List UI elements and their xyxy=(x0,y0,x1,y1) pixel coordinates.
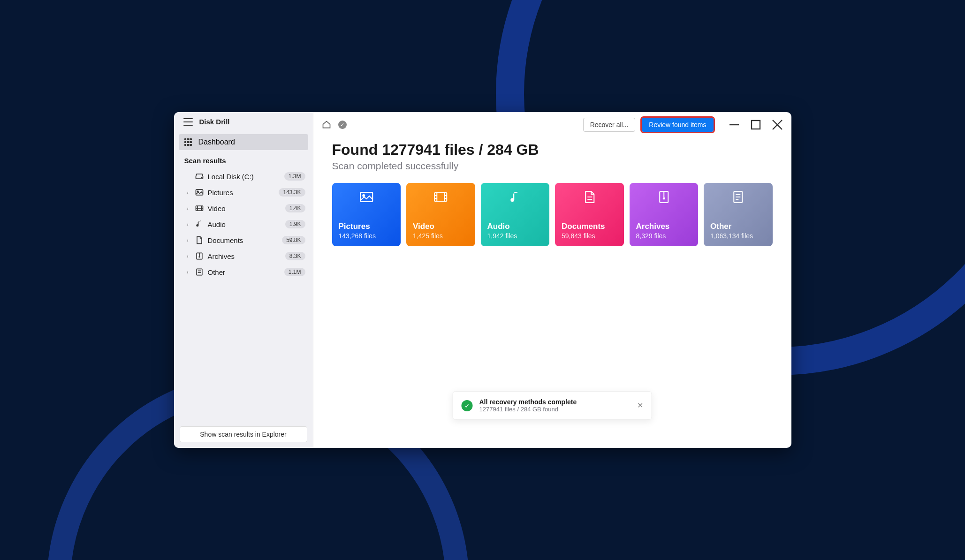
tree-label: Archives xyxy=(208,252,281,260)
tree-label: Video xyxy=(208,204,281,212)
card-sub: 1,425 files xyxy=(413,232,469,240)
tree-label: Audio xyxy=(208,220,281,228)
app-window: Disk Drill Dashboard Scan results Local … xyxy=(174,112,791,448)
sidebar-item-other[interactable]: › Other 1.1M xyxy=(174,264,313,280)
results-headline: Found 1277941 files / 284 GB xyxy=(332,141,773,159)
tree-badge: 1.9K xyxy=(285,220,305,228)
svg-point-0 xyxy=(201,177,202,178)
svg-point-9 xyxy=(199,257,200,257)
toast-notification: ✓ All recovery methods complete 1277941 … xyxy=(453,391,652,420)
card-pictures[interactable]: Pictures 143,268 files xyxy=(332,183,401,246)
content: Found 1277941 files / 284 GB Scan comple… xyxy=(313,137,791,256)
window-controls xyxy=(729,119,783,130)
chevron-right-icon[interactable]: › xyxy=(184,221,191,227)
sidebar-header: Disk Drill xyxy=(174,112,313,131)
card-title: Pictures xyxy=(339,222,395,231)
card-sub: 143,268 files xyxy=(339,232,395,240)
sidebar-item-pictures[interactable]: › Pictures 143.3K xyxy=(174,184,313,200)
card-sub: 8,329 files xyxy=(636,232,692,240)
review-found-items-button[interactable]: Review found items xyxy=(642,118,713,132)
tree-label: Pictures xyxy=(208,189,275,197)
card-documents[interactable]: Documents 59,843 files xyxy=(555,183,624,246)
toast-title: All recovery methods complete xyxy=(479,398,631,406)
home-icon[interactable] xyxy=(322,120,331,129)
hamburger-icon[interactable] xyxy=(183,118,193,126)
card-title: Documents xyxy=(562,222,617,231)
tree-badge: 143.3K xyxy=(279,188,305,197)
check-circle-icon[interactable]: ✓ xyxy=(338,120,347,129)
check-icon: ✓ xyxy=(462,400,473,411)
disk-icon xyxy=(195,172,204,181)
card-audio[interactable]: Audio 1,942 files xyxy=(481,183,550,246)
archive-icon xyxy=(195,251,204,261)
card-title: Video xyxy=(413,222,469,231)
sidebar-item-dashboard[interactable]: Dashboard xyxy=(179,134,308,150)
sidebar: Disk Drill Dashboard Scan results Local … xyxy=(174,112,313,448)
other-icon xyxy=(710,189,766,204)
svg-point-30 xyxy=(663,198,664,199)
document-icon xyxy=(562,189,617,204)
document-icon xyxy=(195,235,204,245)
tree-label: Documents xyxy=(208,236,279,244)
card-sub: 1,942 files xyxy=(487,232,543,240)
tree-label: Other xyxy=(208,268,281,276)
card-archives[interactable]: Archives 8,329 files xyxy=(630,183,699,246)
category-cards: Pictures 143,268 files Video 1,425 files… xyxy=(332,183,773,246)
audio-icon xyxy=(195,219,204,229)
other-icon xyxy=(195,267,204,277)
show-in-explorer-button[interactable]: Show scan results in Explorer xyxy=(180,426,307,442)
app-title: Disk Drill xyxy=(199,118,230,126)
toast-body: All recovery methods complete 1277941 fi… xyxy=(479,398,631,413)
sidebar-item-label: Dashboard xyxy=(198,138,235,146)
video-icon xyxy=(195,204,204,213)
toolbar: ✓ Recover all... Review found items xyxy=(313,112,791,137)
chevron-right-icon[interactable]: › xyxy=(184,269,191,275)
chevron-right-icon[interactable]: › xyxy=(184,253,191,259)
main: ✓ Recover all... Review found items Foun… xyxy=(313,112,791,448)
tree-label: Local Disk (C:) xyxy=(208,173,281,181)
recover-all-button[interactable]: Recover all... xyxy=(583,118,636,132)
card-title: Archives xyxy=(636,222,692,231)
sidebar-item-local-disk[interactable]: Local Disk (C:) 1.3M xyxy=(174,168,313,184)
maximize-button[interactable] xyxy=(750,119,761,130)
image-icon xyxy=(339,189,395,204)
tree-badge: 1.1M xyxy=(284,268,305,276)
dashboard-icon xyxy=(184,138,192,146)
svg-rect-14 xyxy=(752,121,760,129)
toast-sub: 1277941 files / 284 GB found xyxy=(479,406,631,413)
sidebar-item-archives[interactable]: › Archives 8.3K xyxy=(174,248,313,264)
close-button[interactable] xyxy=(772,119,783,130)
sidebar-section-title: Scan results xyxy=(174,150,313,168)
audio-icon xyxy=(487,189,543,204)
chevron-right-icon[interactable]: › xyxy=(184,237,191,243)
minimize-button[interactable] xyxy=(729,119,740,130)
tree-badge: 59.8K xyxy=(282,236,305,244)
svg-point-18 xyxy=(363,195,365,197)
tree-badge: 8.3K xyxy=(285,252,305,260)
toast-close-button[interactable]: ✕ xyxy=(637,401,643,410)
sidebar-nav: Dashboard xyxy=(174,131,313,150)
sidebar-item-documents[interactable]: › Documents 59.8K xyxy=(174,232,313,248)
card-other[interactable]: Other 1,063,134 files xyxy=(704,183,773,246)
results-subheadline: Scan completed successfully xyxy=(332,160,773,172)
chevron-right-icon[interactable]: › xyxy=(184,189,191,195)
sidebar-item-video[interactable]: › Video 1.4K xyxy=(174,200,313,216)
card-video[interactable]: Video 1,425 files xyxy=(406,183,475,246)
tree-badge: 1.4K xyxy=(285,204,305,212)
tree-badge: 1.3M xyxy=(284,172,305,181)
card-title: Audio xyxy=(487,222,543,231)
svg-rect-19 xyxy=(434,193,447,201)
image-icon xyxy=(195,188,204,197)
archive-icon xyxy=(636,189,692,204)
card-sub: 59,843 files xyxy=(562,232,617,240)
sidebar-footer: Show scan results in Explorer xyxy=(174,421,313,448)
sidebar-item-audio[interactable]: › Audio 1.9K xyxy=(174,216,313,232)
chevron-right-icon[interactable]: › xyxy=(184,205,191,211)
card-sub: 1,063,134 files xyxy=(710,232,766,240)
video-icon xyxy=(413,189,469,204)
card-title: Other xyxy=(710,222,766,231)
